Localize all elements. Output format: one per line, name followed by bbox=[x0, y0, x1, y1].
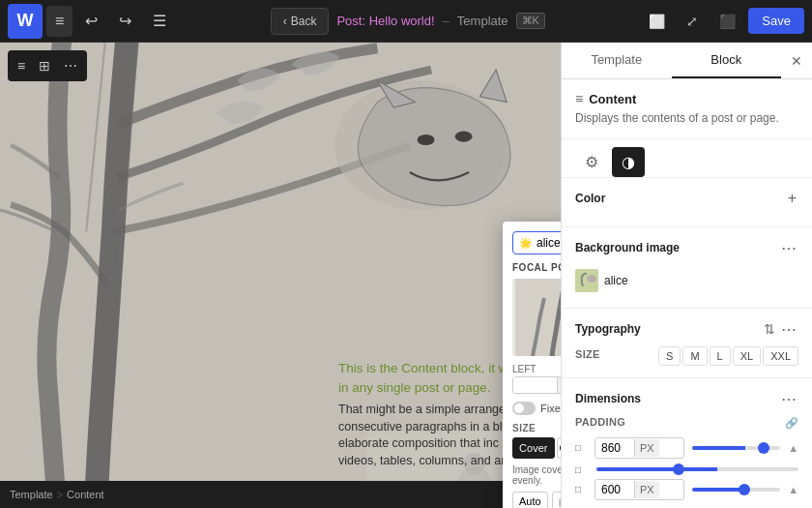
typography-title: Typography bbox=[575, 322, 641, 336]
settings-tab-settings[interactable]: ⚙ bbox=[575, 147, 608, 177]
color-section-title: Color bbox=[575, 192, 605, 205]
size-label: SIZE bbox=[512, 423, 561, 433]
left-field: LEFT % bbox=[512, 364, 561, 394]
bg-image-section-header: Background image ⋯ bbox=[575, 239, 798, 257]
breadcrumb-separator: – bbox=[443, 14, 450, 28]
bg-image-section: Background image ⋯ alice bbox=[562, 227, 812, 309]
padding-slider-3[interactable] bbox=[692, 488, 780, 492]
image-search-container[interactable]: 🌟 bbox=[512, 231, 561, 254]
padding-row-1: □ PX ▲ bbox=[575, 437, 798, 459]
resize-button[interactable]: ⤢ bbox=[678, 7, 707, 36]
size-sublabel: SIZE bbox=[575, 348, 600, 360]
canvas-list-button[interactable]: ≡ bbox=[12, 54, 31, 77]
wp-logo[interactable]: W bbox=[8, 4, 43, 39]
size-xl[interactable]: XL bbox=[733, 346, 761, 366]
bg-image-menu-button[interactable]: ⋯ bbox=[779, 239, 798, 257]
close-panel-button[interactable]: ✕ bbox=[781, 43, 812, 78]
image-popup: 🌟 FOCAL POINT bbox=[503, 222, 561, 508]
size-l[interactable]: L bbox=[710, 346, 731, 366]
settings-tabs: ⚙ ◑ bbox=[562, 139, 812, 178]
topbar-center: ‹ Back Post: Hello world! – Template ⌘K bbox=[179, 8, 636, 35]
size-contain-button[interactable]: Contain bbox=[557, 437, 561, 459]
typography-menu-button[interactable]: ⋯ bbox=[779, 320, 798, 339]
padding-collapse-3[interactable]: ▲ bbox=[788, 484, 798, 495]
popup-left-top-row: LEFT % TOP % bbox=[512, 364, 561, 394]
size-controls: S M L XL XXL bbox=[658, 346, 798, 366]
canvas-grid-button[interactable]: ⊞ bbox=[33, 54, 56, 77]
settings-tab-style[interactable]: ◑ bbox=[612, 147, 645, 177]
size-buttons: Cover Contain Tile bbox=[512, 437, 561, 459]
breadcrumb-title[interactable]: Post: Hello world! bbox=[336, 14, 434, 28]
bg-image-title: Background image bbox=[575, 241, 680, 254]
breadcrumb: Template > Content bbox=[10, 489, 104, 500]
back-label: Back bbox=[291, 15, 317, 28]
padding-input-3[interactable] bbox=[595, 480, 634, 499]
color-section: Color + bbox=[562, 178, 812, 227]
back-button[interactable]: ‹ Back bbox=[271, 8, 330, 35]
block-title-row: ≡ Content bbox=[575, 91, 798, 106]
typography-resize-icon: ⇅ bbox=[764, 321, 775, 337]
redo-button[interactable]: ↪ bbox=[110, 5, 140, 37]
image-search-icon: 🌟 bbox=[519, 237, 533, 250]
padding-icon-1: □ bbox=[575, 442, 591, 453]
color-add-button[interactable]: + bbox=[786, 190, 798, 207]
left-input-wrap: % bbox=[512, 376, 561, 394]
typography-controls: ⇅ ⋯ bbox=[764, 320, 798, 339]
canvas-area: ≡ ⊞ ⋯ bbox=[0, 43, 561, 508]
fixed-bg-row: Fixed background bbox=[512, 402, 561, 415]
size-cover-button[interactable]: Cover bbox=[512, 437, 555, 459]
color-section-header: Color + bbox=[575, 190, 798, 207]
bg-image-preview bbox=[575, 269, 598, 292]
block-desc: Displays the contents of a post or page. bbox=[575, 110, 798, 127]
padding-input-1-wrap: PX bbox=[594, 437, 684, 459]
breadcrumb-template[interactable]: Template bbox=[10, 489, 53, 500]
undo-button[interactable]: ↩ bbox=[76, 5, 106, 37]
right-panel: Template Block ✕ ≡ Content Displays the … bbox=[561, 43, 812, 508]
bg-image-row: alice bbox=[575, 265, 798, 296]
padding-label: PADDING bbox=[575, 416, 625, 428]
left-unit: % bbox=[557, 377, 561, 393]
content-heading-text2: in any single post or page. bbox=[338, 380, 491, 395]
padding-icon-2: □ bbox=[575, 464, 591, 475]
list-view-button[interactable]: ☰ bbox=[144, 5, 175, 37]
focal-point-label: FOCAL POINT bbox=[512, 262, 561, 273]
svg-point-15 bbox=[587, 275, 596, 283]
dimensions-section: Dimensions ⋯ PADDING 🔗 □ PX ▲ □ bbox=[562, 378, 812, 508]
dimensions-menu-button[interactable]: ⋯ bbox=[779, 390, 798, 408]
focal-image[interactable] bbox=[512, 279, 561, 356]
bg-image-label: alice bbox=[604, 274, 628, 287]
typography-size-row: SIZE S M L XL XXL bbox=[575, 346, 798, 366]
svg-point-3 bbox=[455, 132, 473, 142]
left-input[interactable] bbox=[513, 377, 557, 393]
shortcut-badge: ⌘K bbox=[516, 13, 545, 29]
save-button[interactable]: Save bbox=[748, 8, 804, 34]
padding-icon-3: □ bbox=[575, 484, 591, 494]
breadcrumb-sep: > bbox=[57, 489, 63, 500]
size-s[interactable]: S bbox=[658, 346, 681, 366]
repeat-auto-button[interactable]: Auto bbox=[512, 492, 548, 508]
image-search-input[interactable] bbox=[536, 236, 561, 250]
fixed-bg-toggle[interactable] bbox=[512, 402, 536, 415]
settings-button[interactable]: ⬛ bbox=[710, 7, 744, 36]
repeat-px-button[interactable]: px bbox=[552, 492, 561, 508]
tab-template[interactable]: Template bbox=[562, 43, 672, 78]
canvas-menu-button[interactable]: ⋯ bbox=[58, 54, 83, 77]
padding-row-2: □ bbox=[575, 464, 798, 475]
link-button[interactable]: 🔗 bbox=[785, 417, 798, 430]
padding-slider-1[interactable] bbox=[692, 446, 780, 450]
size-xxl[interactable]: XXL bbox=[763, 346, 798, 366]
block-content-icon: ≡ bbox=[575, 91, 583, 106]
breadcrumb-content[interactable]: Content bbox=[67, 489, 104, 500]
padding-collapse-1[interactable]: ▲ bbox=[788, 442, 798, 454]
padding-input-1[interactable] bbox=[595, 438, 634, 458]
tab-block[interactable]: Block bbox=[672, 43, 782, 78]
padding-slider-2[interactable] bbox=[596, 467, 798, 471]
toolbar-toggle-button[interactable]: ≡ bbox=[46, 6, 72, 37]
gear-icon: ⚙ bbox=[585, 154, 598, 170]
view-button[interactable]: ⬜ bbox=[640, 7, 674, 36]
typography-section: Typography ⇅ ⋯ SIZE S M L XL XXL bbox=[562, 309, 812, 378]
padding-input-3-wrap: PX bbox=[594, 479, 684, 500]
size-m[interactable]: M bbox=[682, 346, 707, 366]
block-name: Content bbox=[589, 92, 636, 106]
topbar-right: ⬜ ⤢ ⬛ Save bbox=[640, 7, 804, 36]
